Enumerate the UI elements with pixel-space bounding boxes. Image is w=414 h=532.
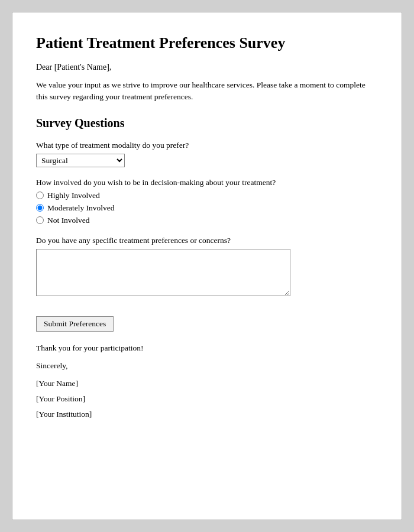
involvement-radio-group: Highly Involved Moderately Involved Not … [36,191,378,225]
section-title: Survey Questions [36,116,378,130]
involvement-label: How involved do you wish to be in decisi… [36,178,378,187]
radio-moderately-involved-label: Moderately Involved [47,203,115,213]
signature-position: [Your Position] [36,394,378,404]
greeting: Dear [Patient's Name], [36,63,378,72]
signature-name: [Your Name] [36,379,378,388]
radio-highly-involved-label: Highly Involved [47,191,100,200]
sincerely-text: Sincerely, [36,361,378,371]
page-container: Patient Treatment Preferences Survey Dea… [12,12,402,520]
signature-institution: [Your Institution] [36,410,378,419]
radio-highly-involved[interactable]: Highly Involved [36,191,378,200]
concerns-textarea[interactable] [36,249,290,296]
question-concerns: Do you have any specific treatment prefe… [36,236,378,296]
thank-you-text: Thank you for your participation! [36,343,378,353]
intro-text: We value your input as we strive to impr… [36,79,378,103]
radio-not-involved-input[interactable] [36,216,44,224]
treatment-modality-select[interactable]: Surgical Medical Physical Therapy Altern… [36,154,125,167]
radio-not-involved[interactable]: Not Involved [36,216,378,225]
radio-moderately-involved-input[interactable] [36,204,44,212]
submit-button[interactable]: Submit Preferences [36,316,114,332]
radio-not-involved-label: Not Involved [47,216,90,225]
radio-highly-involved-input[interactable] [36,192,44,199]
concerns-label: Do you have any specific treatment prefe… [36,236,378,245]
treatment-modality-label: What type of treatment modality do you p… [36,141,378,150]
radio-moderately-involved[interactable]: Moderately Involved [36,203,378,213]
question-treatment-modality: What type of treatment modality do you p… [36,141,378,167]
question-involvement: How involved do you wish to be in decisi… [36,178,378,225]
survey-title: Patient Treatment Preferences Survey [36,34,378,52]
